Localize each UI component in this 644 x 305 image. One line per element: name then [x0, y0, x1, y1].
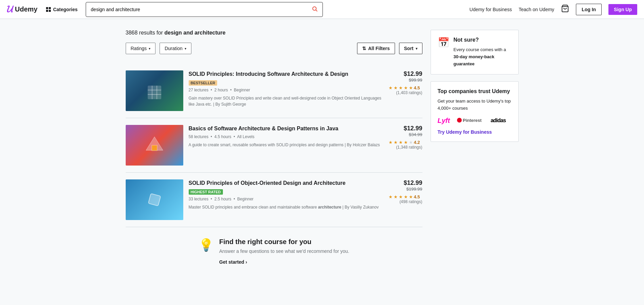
price-ratings-3: ★ ★ ★ ★ ★ 4.5 (498 ratings) — [389, 194, 422, 204]
star-3: ★ — [399, 194, 403, 199]
try-udemy-link[interactable]: Try Udemy for Business — [438, 129, 492, 135]
star-5: ★ — [409, 194, 413, 199]
logo[interactable]: 𝓤 Udemy — [7, 4, 38, 15]
star-1: ★ — [389, 194, 393, 199]
filters-row: Ratings ▾ Duration ▾ ⇅ All Filters Sort … — [126, 43, 422, 54]
star-2: ★ — [394, 140, 398, 145]
svg-rect-14 — [148, 194, 161, 206]
price-ratings-2: ★ ★ ★ ★ ★ 4.2 (1,348 ratings) — [389, 140, 422, 150]
star-4: ★ — [404, 85, 408, 90]
guarantee-top: 📅 Not sure? Every course comes with a 30… — [438, 37, 512, 67]
search-bar — [86, 2, 323, 17]
adidas-logo: adidas — [491, 117, 506, 124]
signup-button[interactable]: Sign Up — [608, 4, 637, 15]
trust-title: Top companies trust Udemy — [438, 88, 512, 94]
svg-rect-1 — [49, 7, 51, 9]
course-meta-2: 58 lectures • 4.5 hours • All Levels — [189, 134, 383, 139]
rating-count-3: (498 ratings) — [389, 199, 422, 204]
filter-icon: ⇅ — [362, 46, 366, 51]
course-title-1[interactable]: SOLID Principles: Introducing Software A… — [189, 70, 383, 78]
categories-button[interactable]: Categories — [43, 5, 80, 14]
teach-link[interactable]: Teach on Udemy — [519, 7, 554, 12]
guarantee-title: Not sure? — [454, 37, 512, 43]
find-course-section: 💡 Find the right course for you Answer a… — [126, 227, 422, 271]
svg-rect-0 — [46, 7, 48, 9]
course-desc-3: Master SOLID principles and embrace clea… — [189, 204, 383, 210]
star-4: ★ — [404, 140, 408, 145]
logo-text: Udemy — [15, 5, 38, 13]
business-link[interactable]: Udemy for Business — [470, 7, 512, 12]
find-course-subtitle: Answer a few questions to see what we'd … — [219, 248, 349, 254]
course-title-3[interactable]: SOLID Principles of Object-Oriented Desi… — [189, 179, 383, 187]
thumb-icon-1 — [144, 81, 165, 101]
guarantee-card: 📅 Not sure? Every course comes with a 30… — [431, 30, 519, 74]
course-meta-3: 33 lectures • 2.5 hours • Beginner — [189, 197, 383, 201]
all-filters-label: All Filters — [368, 46, 390, 51]
trust-text: Get your team access to Udemy's top 4,00… — [438, 98, 512, 112]
highest-rated-badge: HIGHEST RATED — [189, 189, 223, 195]
price-current-1: $12.99 — [389, 70, 422, 78]
course-info-3: SOLID Principles of Object-Oriented Desi… — [189, 179, 383, 220]
results-header: 3868 results for design and architecture — [126, 30, 422, 36]
star-1: ★ — [389, 140, 393, 145]
rating-num-3: 4.5 — [414, 194, 420, 199]
get-started-link[interactable]: Get started › — [219, 259, 247, 265]
star-5: ★ — [409, 140, 413, 145]
search-input[interactable] — [86, 3, 307, 16]
sort-button[interactable]: Sort ▾ — [399, 43, 422, 54]
results-prefix: results for — [139, 30, 165, 36]
course-title-2[interactable]: Basics of Software Architecture & Design… — [189, 125, 383, 132]
pinterest-logo: Pinterest — [457, 117, 484, 125]
categories-label: Categories — [53, 7, 78, 12]
thumb-icon-3 — [144, 190, 165, 210]
course-desc-1: Gain mastery over SOLID Principles and w… — [189, 95, 383, 107]
cart-icon[interactable] — [561, 4, 569, 15]
star-5: ★ — [409, 85, 413, 90]
find-subtitle-text: Answer a few questions to see what we'd … — [219, 248, 349, 254]
star-3: ★ — [399, 85, 403, 90]
course-thumbnail-1[interactable] — [126, 70, 183, 111]
header: 𝓤 Udemy Categories Udemy for Business Te… — [0, 0, 644, 19]
price-original-3: $199.99 — [389, 187, 422, 192]
stars-1: ★ ★ ★ ★ ★ 4.5 — [389, 85, 422, 90]
star-4: ★ — [404, 194, 408, 199]
rating-num-2: 4.2 — [414, 140, 420, 145]
course-card-1: SOLID Principles: Introducing Software A… — [126, 64, 422, 118]
trust-card: Top companies trust Udemy Get your team … — [431, 81, 519, 142]
star-1: ★ — [389, 85, 393, 90]
duration-label: Duration — [165, 46, 183, 51]
all-filters-button[interactable]: ⇅ All Filters — [357, 43, 395, 54]
rating-num-1: 4.5 — [414, 85, 420, 90]
chevron-down-icon: ▾ — [416, 47, 417, 50]
ratings-label: Ratings — [131, 46, 147, 51]
main-content: 3868 results for design and architecture… — [119, 19, 525, 282]
sidebar: 📅 Not sure? Every course comes with a 30… — [431, 30, 519, 271]
star-3: ★ — [399, 140, 403, 145]
price-original-2: $34.99 — [389, 132, 422, 137]
find-course-title: Find the right course for you — [219, 238, 349, 246]
grid-icon — [46, 7, 51, 12]
course-info-1: SOLID Principles: Introducing Software A… — [189, 70, 383, 111]
header-nav: Udemy for Business Teach on Udemy Log In… — [470, 4, 637, 15]
search-button[interactable] — [307, 2, 323, 17]
chevron-down-icon: ▾ — [185, 47, 186, 50]
duration-filter[interactable]: Duration ▾ — [160, 43, 191, 54]
svg-point-4 — [313, 7, 316, 10]
price-ratings-1: ★ ★ ★ ★ ★ 4.5 (1,403 ratings) — [389, 85, 422, 95]
course-card-3: SOLID Principles of Object-Oriented Desi… — [126, 173, 422, 227]
results-query: design and architecture — [164, 30, 226, 36]
ratings-filter[interactable]: Ratings ▾ — [126, 43, 155, 54]
svg-text:Pinterest: Pinterest — [463, 118, 482, 123]
course-thumbnail-3[interactable] — [126, 179, 183, 220]
course-price-3: $12.99 $199.99 ★ ★ ★ ★ ★ 4.5 (498 rating… — [389, 179, 422, 220]
course-desc-2: A guide to create smart, reusable softwa… — [189, 142, 383, 148]
logo-icon: 𝓤 — [7, 4, 13, 15]
results-count: 3868 — [126, 30, 138, 36]
login-button[interactable]: Log In — [576, 4, 602, 15]
svg-rect-3 — [49, 10, 51, 12]
thumb-icon-2 — [144, 135, 165, 155]
stars-2: ★ ★ ★ ★ ★ 4.2 — [389, 140, 422, 145]
course-thumbnail-2[interactable] — [126, 125, 183, 166]
rating-count-2: (1,348 ratings) — [389, 145, 422, 150]
price-current-2: $12.99 — [389, 125, 422, 132]
